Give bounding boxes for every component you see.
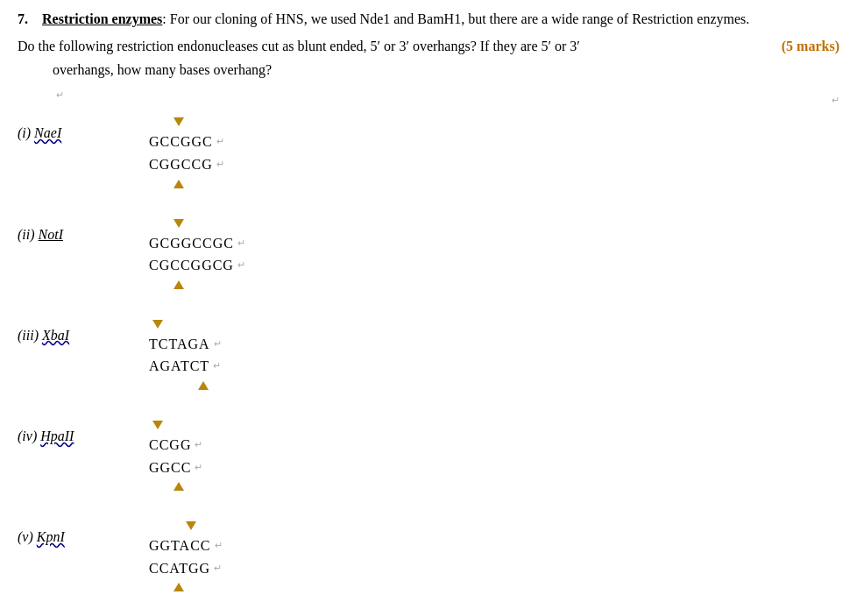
- top-seq-text-ii: GCGGCCGC: [149, 232, 234, 255]
- sequence-block-i: GCCGGC↵CGGCCG↵: [149, 115, 224, 191]
- marks-badge: (5 marks): [782, 36, 839, 58]
- enzyme-name-i: NaeI: [34, 125, 61, 140]
- sequence-block-v: GGTACC↵CCATGG↵: [149, 519, 223, 595]
- arrow-down-ii: [149, 216, 184, 232]
- tri-down-icon-ii: [174, 219, 184, 228]
- top-seq-iii: TCTAGA↵: [149, 333, 222, 356]
- enzyme-label-i: (i) NaeI: [18, 115, 131, 141]
- bot-seq-v: CCATGG↵: [149, 557, 222, 580]
- bot-seq-iii: AGATCT↵: [149, 355, 221, 378]
- question-number: 7.: [18, 9, 37, 31]
- overhangs-text: overhangs, how many bases overhang?: [53, 62, 272, 77]
- do-text1: Do the following restriction endonucleas…: [18, 39, 580, 53]
- arrow-up-iv: [149, 478, 184, 494]
- bot-seq-text-i: CGGCCG: [149, 153, 213, 176]
- arrow-up-v: [149, 579, 184, 595]
- do-question-line: Do the following restriction endonucleas…: [18, 36, 839, 58]
- par-mark-top-ii: ↵: [237, 236, 245, 251]
- arrow-down-iii: [149, 317, 163, 333]
- enzyme-label-v: (v) KpnI: [18, 519, 131, 545]
- par-mark-bot-v: ↵: [214, 561, 222, 577]
- arrow-down-iv: [149, 418, 163, 434]
- tri-up-icon-v: [174, 583, 184, 591]
- par-mark-bot-i: ↵: [216, 157, 224, 173]
- sequence-block-ii: GCGGCCGC↵CGCCGGCG↵: [149, 216, 245, 293]
- top-seq-text-v: GGTACC: [149, 535, 211, 557]
- arrow-up-iii: [149, 378, 209, 393]
- arrow-down-i: [149, 115, 184, 131]
- sequence-block-iii: TCTAGA↵AGATCT↵: [149, 317, 222, 393]
- tri-up-icon-iii: [198, 381, 209, 390]
- overhangs-line: overhangs, how many bases overhang?: [53, 60, 839, 81]
- bot-seq-text-iii: AGATCT: [149, 355, 209, 378]
- enzyme-label-iii: (iii) XbaI: [18, 317, 131, 343]
- top-seq-text-iv: CCGG: [149, 434, 191, 457]
- bot-seq-text-iv: GGCC: [149, 457, 191, 479]
- arrow-up-ii: [149, 277, 184, 293]
- enzyme-name-iii: XbaI: [42, 328, 69, 343]
- par-mark-top-iv: ↵: [195, 437, 202, 453]
- par-mark-top-iii: ↵: [214, 336, 222, 352]
- question-title-text: Restriction enzymes: For our cloning of …: [42, 9, 839, 31]
- question-line1: 7. Restriction enzymes: For our cloning …: [18, 9, 839, 31]
- para-mark-mid: ↵: [18, 95, 839, 106]
- par-mark-top-v: ↵: [215, 538, 223, 554]
- enzyme-section-iii: (iii) XbaITCTAGA↵AGATCT↵: [18, 317, 839, 393]
- enzymes-container: (i) NaeIGCCGGC↵CGGCCG↵(ii) NotIGCGGCCGC↵…: [18, 115, 839, 595]
- bot-seq-text-v: CCATGG: [149, 557, 210, 580]
- tri-up-icon-iv: [174, 482, 184, 491]
- enzyme-section-iv: (iv) HpaIICCGG↵GGCC↵: [18, 418, 839, 494]
- top-seq-text-i: GCCGGC: [149, 131, 213, 153]
- tri-up-icon-i: [174, 180, 184, 188]
- tri-down-icon-v: [186, 521, 196, 530]
- enzyme-label-iv: (iv) HpaII: [18, 418, 131, 444]
- top-seq-text-iii: TCTAGA: [149, 333, 210, 356]
- enzyme-name-ii: NotI: [39, 227, 63, 242]
- enzyme-name-iv: HpaII: [40, 428, 74, 443]
- bot-seq-iv: GGCC↵: [149, 457, 202, 479]
- tri-up-icon-ii: [174, 280, 184, 289]
- top-seq-iv: CCGG↵: [149, 434, 202, 457]
- bot-seq-ii: CGCCGGCG↵: [149, 254, 245, 277]
- tri-down-icon-iv: [152, 421, 163, 429]
- page-content: 7. Restriction enzymes: For our cloning …: [18, 9, 839, 616]
- bot-seq-text-ii: CGCCGGCG: [149, 254, 234, 277]
- bot-seq-i: CGGCCG↵: [149, 153, 224, 176]
- top-seq-v: GGTACC↵: [149, 535, 223, 557]
- enzyme-section-ii: (ii) NotIGCGGCCGC↵CGCCGGCG↵: [18, 216, 839, 293]
- par-mark-bot-ii: ↵: [237, 258, 245, 273]
- enzyme-section-i: (i) NaeIGCCGGC↵CGGCCG↵: [18, 115, 839, 191]
- par-mark-bot-iii: ↵: [213, 358, 221, 374]
- enzyme-label-ii: (ii) NotI: [18, 216, 131, 243]
- par-mark-bot-iv: ↵: [195, 460, 202, 476]
- para-mark-1: ↵: [56, 89, 64, 100]
- arrow-down-v: [149, 519, 196, 535]
- arrow-up-i: [149, 176, 184, 192]
- sequence-block-iv: CCGG↵GGCC↵: [149, 418, 202, 494]
- par-mark-top-i: ↵: [216, 134, 224, 150]
- enzyme-section-v: (v) KpnIGGTACC↵CCATGG↵: [18, 519, 839, 595]
- top-seq-ii: GCGGCCGC↵: [149, 232, 245, 255]
- top-seq-i: GCCGGC↵: [149, 131, 224, 153]
- tri-down-icon-iii: [152, 320, 163, 329]
- restriction-enzymes-label: Restriction enzymes: [42, 11, 162, 26]
- question-block: 7. Restriction enzymes: For our cloning …: [18, 9, 839, 31]
- tri-down-icon-i: [174, 117, 184, 126]
- question-intro: : For our cloning of HNS, we used Nde1 a…: [162, 11, 749, 26]
- do-line-text: Do the following restriction endonucleas…: [18, 36, 782, 58]
- enzyme-name-v: KpnI: [37, 529, 65, 544]
